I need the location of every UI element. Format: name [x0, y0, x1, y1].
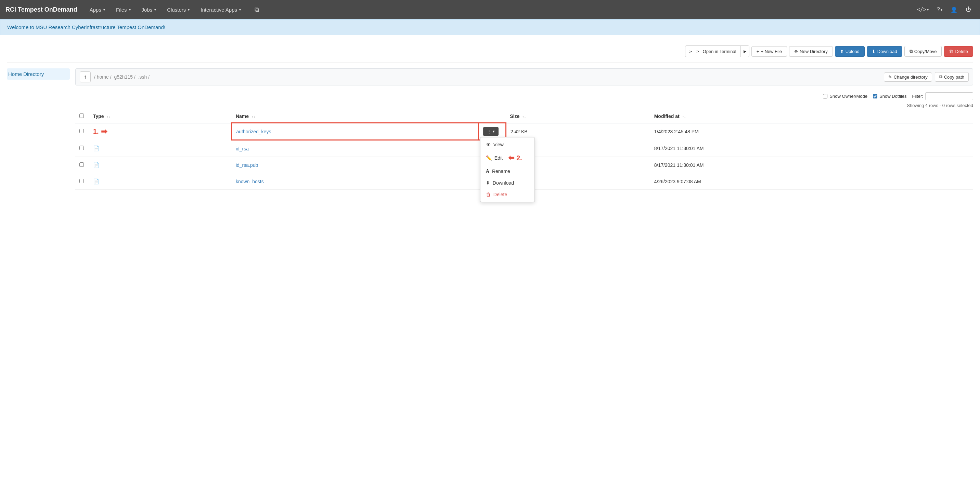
th-name[interactable]: Name ↑↓ — [232, 110, 478, 123]
change-directory-button[interactable]: ✎ Change directory — [884, 73, 932, 82]
new-directory-icon: ⊕ — [794, 49, 798, 54]
nav-files-caret: ▾ — [129, 8, 131, 12]
delete-button[interactable]: 🗑 Delete — [944, 46, 973, 57]
copy-path-label: Copy path — [944, 75, 964, 80]
nav-item-clusters[interactable]: Clusters ▾ — [163, 0, 194, 19]
dropdown-delete-label: Delete — [493, 192, 507, 197]
open-terminal-btn[interactable]: >_ >_ Open in Terminal ▶ — [685, 46, 749, 57]
nav-item-files[interactable]: Files ▾ — [112, 0, 135, 19]
main-content: >_ >_ Open in Terminal ▶ + + New File ⊕ … — [0, 35, 980, 495]
nav-item-jobs[interactable]: Jobs ▾ — [138, 0, 161, 19]
terminal-arrow[interactable]: ▶ — [741, 47, 749, 56]
modified-sort-icon: ↑↓ — [682, 114, 686, 119]
th-size[interactable]: Size ↑↓ — [506, 110, 650, 123]
nav-item-interactive-apps[interactable]: Interactive Apps ▾ — [196, 0, 245, 19]
row1-modified-cell: 1/4/2023 2:45:48 PM — [650, 123, 973, 140]
help-icon: ? — [937, 6, 940, 13]
sidebar: Home Directory — [7, 68, 75, 80]
code-icon: </> — [917, 6, 926, 13]
row1-name-cell: authorized_keys — [232, 123, 478, 140]
download-button[interactable]: ⬇ Download — [867, 46, 902, 57]
code-icon-btn[interactable]: </> ▾ — [914, 5, 932, 15]
size-sort-icon: ↑↓ — [522, 114, 526, 119]
user-icon-btn[interactable]: 👤 — [947, 5, 961, 15]
nav-jobs-label: Jobs — [142, 7, 153, 13]
sidebar-home-directory-label: Home Directory — [8, 71, 44, 77]
dropdown-view[interactable]: 👁 View — [480, 139, 535, 151]
step1-label: 1. ➡ — [93, 127, 227, 136]
dropdown-edit[interactable]: ✏️ Edit ⬅ 2. — [480, 151, 535, 165]
row3-type-cell: 📄 — [89, 157, 232, 173]
row3-name-cell: id_rsa.pub — [232, 157, 478, 173]
show-dotfiles-label[interactable]: Show Dotfiles — [873, 94, 907, 99]
new-file-icon: + — [757, 49, 759, 54]
row1-file-link[interactable]: authorized_keys — [236, 129, 271, 134]
nav-apps-label: Apps — [90, 7, 101, 13]
row1-action-cell: ⋮ ▾ 👁 View ✏️ — [478, 123, 506, 140]
path-up-button[interactable]: ↑ — [80, 71, 91, 82]
row4-checkbox[interactable] — [80, 179, 84, 183]
row2-checkbox[interactable] — [80, 146, 84, 150]
dropdown-delete-icon: 🗑 — [486, 192, 491, 197]
nav-interactive-apps-caret: ▾ — [239, 8, 241, 12]
sidebar-item-home-directory[interactable]: Home Directory — [7, 68, 70, 80]
show-dotfiles-text: Show Dotfiles — [880, 94, 907, 99]
upload-label: Upload — [846, 49, 859, 54]
new-file-button[interactable]: + + New File — [751, 46, 787, 57]
change-directory-label: Change directory — [894, 75, 928, 80]
path-user: g52h115 / — [114, 74, 135, 80]
row1-action-button[interactable]: ⋮ ▾ 👁 View ✏️ — [483, 127, 498, 136]
th-modified[interactable]: Modified at ↑↓ — [650, 110, 973, 123]
nav-copy-icon-btn[interactable]: ⧉ — [250, 0, 263, 19]
filter-input[interactable] — [925, 92, 973, 100]
upload-button[interactable]: ⬆ Upload — [835, 46, 865, 57]
dropdown-delete[interactable]: 🗑 Delete — [480, 189, 535, 200]
copy-path-icon: ⧉ — [939, 74, 942, 80]
row-count: Showing 4 rows - 0 rows selected — [75, 103, 973, 110]
logout-icon: ⏻ — [966, 6, 971, 13]
welcome-banner: Welcome to MSU Research Cyberinfrastruct… — [0, 19, 980, 35]
rename-icon: A — [486, 168, 489, 174]
path-separator-1: / home / — [94, 74, 111, 80]
rename-label: Rename — [492, 168, 510, 174]
th-actions — [478, 110, 506, 123]
navbar: RCI Tempest OnDemand Apps ▾ Files ▾ Jobs… — [0, 0, 980, 19]
show-dotfiles-checkbox[interactable] — [873, 94, 877, 98]
row2-type-cell: 📄 — [89, 140, 232, 157]
download-icon: ⬇ — [872, 49, 876, 54]
dropdown-download[interactable]: ⬇ Download — [480, 177, 535, 189]
new-directory-button[interactable]: ⊕ New Directory — [789, 46, 833, 57]
copy-move-button[interactable]: ⧉ Copy/Move — [904, 46, 942, 57]
help-caret: ▾ — [941, 8, 942, 12]
view-icon: 👁 — [486, 142, 491, 148]
row2-file-link[interactable]: id_rsa — [236, 146, 249, 151]
file-browser: ↑ / home / g52h115 / .ssh / ✎ Change dir… — [75, 68, 973, 190]
dropdown-rename[interactable]: A Rename — [480, 165, 535, 177]
row3-file-link[interactable]: id_rsa.pub — [236, 162, 258, 168]
th-type[interactable]: Type ↑↓ — [89, 110, 232, 123]
step2-arrow: ⬅ — [508, 154, 514, 162]
logout-icon-btn[interactable]: ⏻ — [962, 5, 975, 15]
show-owner-mode-checkbox[interactable] — [823, 94, 827, 98]
row3-checkbox[interactable] — [80, 162, 84, 167]
row4-file-link[interactable]: known_hosts — [236, 179, 264, 184]
row3-checkbox-cell — [75, 157, 89, 173]
welcome-text: Welcome to MSU Research Cyberinfrastruct… — [7, 24, 165, 30]
dropdown-menu: 👁 View ✏️ Edit ⬅ — [480, 137, 535, 202]
path-bar: ↑ / home / g52h115 / .ssh / ✎ Change dir… — [75, 68, 973, 86]
new-file-label: + New File — [760, 49, 782, 54]
nav-jobs-caret: ▾ — [154, 8, 156, 12]
content-area: Home Directory ↑ / home / g52h115 / .ssh… — [7, 68, 973, 190]
filter-text: Filter: — [912, 94, 924, 99]
new-directory-label: New Directory — [800, 49, 828, 54]
row1-checkbox[interactable] — [80, 129, 84, 133]
help-icon-btn[interactable]: ? ▾ — [934, 5, 946, 15]
select-all-checkbox[interactable] — [80, 114, 84, 118]
nav-item-apps[interactable]: Apps ▾ — [86, 0, 109, 19]
dropdown-download-label: Download — [493, 180, 514, 186]
open-terminal-main[interactable]: >_ >_ Open in Terminal — [686, 46, 740, 56]
nav-interactive-apps-label: Interactive Apps — [200, 7, 237, 13]
show-owner-mode-label[interactable]: Show Owner/Mode — [823, 94, 867, 99]
show-owner-mode-text: Show Owner/Mode — [829, 94, 867, 99]
copy-path-button[interactable]: ⧉ Copy path — [935, 72, 969, 82]
